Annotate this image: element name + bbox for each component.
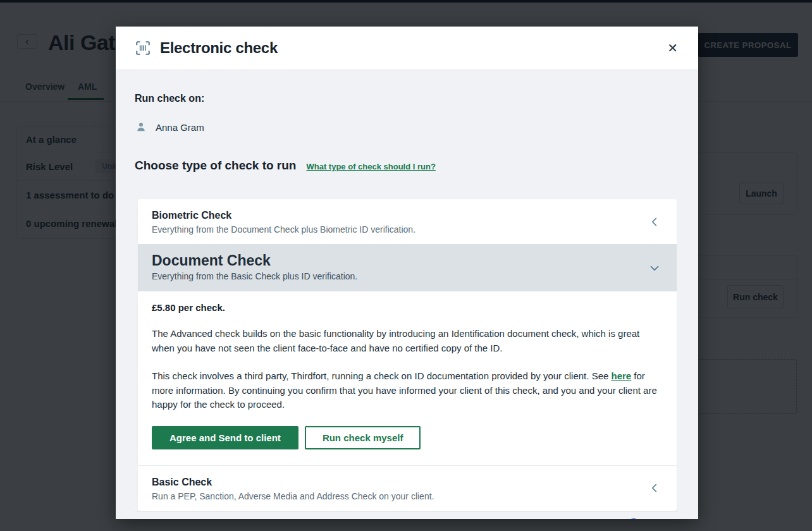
document-check-option[interactable]: Document Check Everything from the Basic…	[138, 244, 677, 291]
price-per-check: £5.80 per check.	[152, 302, 663, 313]
more-information-link[interactable]: here	[611, 370, 631, 381]
disclaimer-text-before: This check involves a third party, Third…	[152, 370, 611, 381]
basic-check-option[interactable]: Basic Check Run a PEP, Sanction, Adverse…	[138, 465, 677, 511]
agree-send-button[interactable]: Agree and Send to client	[152, 426, 298, 449]
electronic-check-modal: Electronic check ✕ Run check on: Anna Gr…	[116, 27, 698, 519]
run-check-on-label: Run check on:	[135, 93, 679, 104]
client-row: Anna Gram	[135, 121, 679, 133]
modal-title: Electronic check	[160, 39, 278, 57]
modal-body: Run check on: Anna Gram Choose type of c…	[116, 70, 698, 519]
person-icon	[135, 121, 147, 133]
client-name: Anna Gram	[156, 122, 204, 133]
third-party-disclaimer: This check involves a third party, Third…	[152, 369, 663, 412]
run-check-myself-button[interactable]: Run check myself	[305, 426, 421, 449]
basic-check-title: Basic Check	[152, 477, 639, 488]
document-check-desc: Everything from the Basic Check plus ID …	[152, 271, 639, 281]
biometric-check-desc: Everything from the Document Check plus …	[152, 224, 639, 235]
basic-check-desc: Run a PEP, Sanction, Adverse Media and A…	[152, 491, 639, 501]
document-check-description: The Advanced check builds on the basic f…	[152, 327, 663, 355]
modal-footer: Checks powered by thirdfort	[135, 511, 679, 520]
document-check-title: Document Check	[152, 252, 639, 269]
check-type-accordion: Biometric Check Everything from the Docu…	[138, 199, 677, 511]
biometric-check-option[interactable]: Biometric Check Everything from the Docu…	[138, 199, 677, 244]
thirdfort-brand-name: thirdfort	[643, 518, 679, 519]
document-check-details: £5.80 per check. The Advanced check buil…	[138, 291, 677, 465]
modal-header: Electronic check ✕	[116, 27, 698, 70]
biometric-check-title: Biometric Check	[152, 210, 639, 221]
chevron-left-icon	[648, 215, 661, 229]
choose-type-heading: Choose type of check to run	[135, 159, 296, 173]
check-type-help-link[interactable]: What type of check should I run?	[306, 162, 435, 171]
action-button-row: Agree and Send to client Run check mysel…	[152, 426, 663, 458]
choose-type-row: Choose type of check to run What type of…	[135, 159, 679, 173]
close-icon[interactable]: ✕	[666, 40, 679, 56]
thirdfort-logo-icon	[628, 518, 639, 520]
chevron-left-icon	[648, 481, 661, 495]
barcode-scan-icon	[135, 40, 151, 56]
chevron-down-icon	[648, 261, 661, 275]
